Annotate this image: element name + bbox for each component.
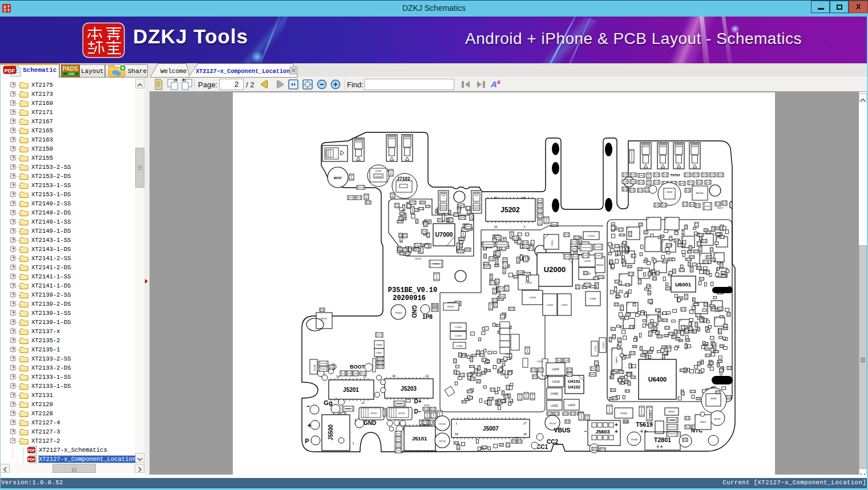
svg-text:M5789: M5789 [714,418,721,420]
svg-text:R2301: R2301 [447,305,455,308]
svg-text:C4406: C4406 [551,392,559,395]
svg-text:L4100: L4100 [552,368,559,371]
svg-text:L2003: L2003 [529,296,536,299]
svg-text:1P8: 1P8 [422,314,433,320]
svg-text:T5619: T5619 [636,421,653,428]
svg-text:J5202: J5202 [500,206,520,214]
svg-text:12: 12 [361,401,365,404]
svg-text:27: 27 [523,422,527,425]
svg-text:TP6663: TP6663 [395,312,402,314]
svg-text:+: + [307,421,312,430]
svg-text:1: 1 [336,396,337,400]
svg-text:S5705: S5705 [415,257,422,260]
svg-text:Welcome: Welcome [160,68,187,75]
svg-text:C5307: C5307 [345,408,352,410]
svg-text:TP5608: TP5608 [631,439,637,441]
svg-text:E3501: E3501 [669,411,675,413]
svg-text:D+: D+ [414,398,421,404]
svg-text:W6705: W6705 [696,192,704,195]
svg-text:L2104: L2104 [584,260,591,262]
svg-text:J7102: J7102 [397,176,410,181]
svg-text:CC2: CC2 [547,439,558,445]
svg-text:U6001: U6001 [675,281,692,287]
svg-text:L3001: L3001 [561,303,568,306]
svg-text:T5708: T5708 [514,437,519,439]
svg-text:6: 6 [354,419,356,422]
svg-text:C2808: C2808 [669,419,675,422]
svg-text:R5224: R5224 [313,365,316,371]
svg-text:TP5719: TP5719 [439,423,446,426]
svg-text:L6408: L6408 [615,357,618,363]
svg-text:R2904: R2904 [424,404,430,407]
svg-text:28: 28 [523,432,527,436]
svg-text:PADS: PADS [62,66,78,72]
svg-text:13: 13 [494,196,498,200]
svg-text:VBUS: VBUS [554,427,570,434]
svg-text:Fund: Fund [433,304,437,306]
svg-text:R7104: R7104 [376,176,382,178]
svg-text:T2801: T2801 [654,436,671,443]
svg-text:J5201: J5201 [343,387,359,393]
svg-text:24: 24 [392,374,395,378]
svg-text:D−: D− [414,408,421,415]
svg-text:1: 1 [352,442,354,445]
svg-text:L4103: L4103 [568,404,575,407]
svg-text:U4102: U4102 [568,384,580,390]
svg-text:J5603: J5603 [595,429,609,435]
svg-text:2: 2 [435,449,437,453]
svg-text:L2002: L2002 [547,303,554,306]
svg-text:M5787: M5787 [334,177,342,180]
svg-text:J5500: J5500 [328,424,334,440]
svg-text:E7510: E7510 [399,412,405,415]
svg-text:C6012: C6012 [602,342,605,349]
svg-text:24: 24 [336,375,340,378]
svg-text:C4149: C4149 [552,380,560,383]
svg-text:J5007: J5007 [483,426,499,432]
svg-text:S6707: S6707 [717,207,723,209]
svg-text:C1245: C1245 [456,345,462,347]
svg-text:Gg: Gg [324,399,332,406]
svg-text:T5620: T5620 [623,421,629,423]
svg-text:C5322: C5322 [397,403,403,405]
svg-text:54: 54 [455,432,458,436]
svg-text:C1044: C1044 [455,334,462,337]
svg-text:J6500: J6500 [667,191,672,193]
svg-text:E7511: E7511 [371,412,377,415]
svg-text:P: P [305,438,309,444]
svg-text:XT2127−x_Component_Location: XT2127−x_Component_Location [196,68,290,75]
svg-text:C5017: C5017 [594,345,597,353]
svg-text:PDF: PDF [28,457,35,461]
svg-text:12: 12 [494,225,498,229]
svg-text:C7016: C7016 [433,263,439,265]
svg-text:B5712: B5712 [321,318,328,320]
svg-text:L4102: L4102 [551,404,558,407]
svg-text:P5608: P5608 [620,412,627,415]
svg-text:L3081: L3081 [590,297,596,300]
svg-text:GND: GND [364,420,376,426]
svg-text:C4104: C4104 [537,361,543,363]
svg-text:−: − [306,403,310,410]
svg-text:−: − [584,428,587,434]
svg-text:Y2201: Y2201 [551,240,554,246]
svg-text:U4101: U4101 [568,379,580,384]
svg-text:C5807: C5807 [376,352,382,354]
svg-text:C1043: C1043 [455,326,462,329]
svg-text:J6401: J6401 [700,420,707,423]
svg-text:PDF: PDF [5,67,15,74]
svg-text:U2000: U2000 [544,265,566,274]
svg-text:U7000: U7000 [435,231,453,238]
svg-text:13: 13 [425,374,429,378]
svg-text:6: 6 [398,422,400,426]
svg-text:+: + [615,428,618,435]
svg-text:T6702: T6702 [670,173,680,177]
svg-text:R3004: R3004 [596,264,604,266]
svg-text:TP5720: TP5720 [439,440,446,443]
svg-text:U6400: U6400 [648,376,667,383]
svg-text:J7101: J7101 [375,169,382,172]
svg-text:1: 1 [523,225,525,229]
svg-text:TP5718: TP5718 [549,423,556,425]
svg-text:J5101: J5101 [412,435,427,442]
svg-text:+: + [615,422,618,428]
svg-text:20200916: 20200916 [393,294,426,302]
svg-text:J5203: J5203 [401,386,417,392]
